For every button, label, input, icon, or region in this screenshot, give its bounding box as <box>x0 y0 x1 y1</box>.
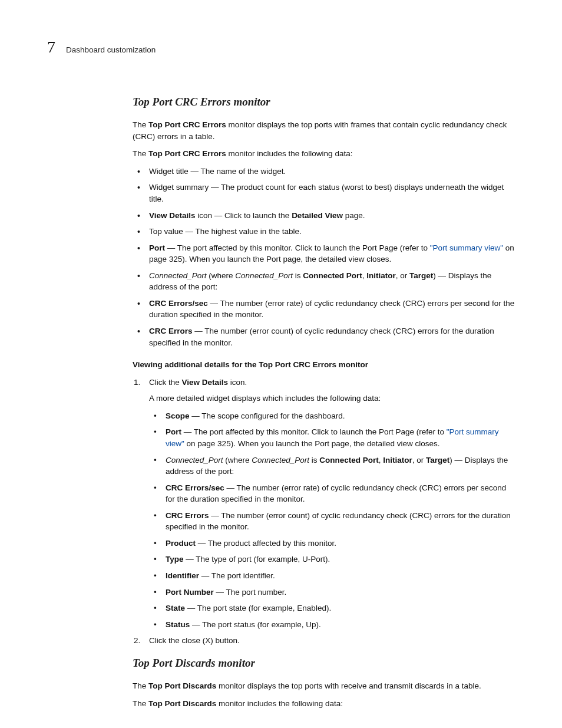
paragraph: The Top Port CRC Errors monitor includes… <box>133 148 515 160</box>
subheading-viewing-details: Viewing additional details for the Top P… <box>133 359 515 371</box>
list-item: Product — The product affected by this m… <box>149 538 515 549</box>
list-item: Port — The port affected by this monitor… <box>133 242 515 265</box>
list-item: Port Number — The port number. <box>149 587 515 598</box>
heading-top-port-crc-errors: Top Port CRC Errors monitor <box>133 94 515 110</box>
list-item: Top value — The highest value in the tab… <box>133 226 515 238</box>
list-item: Status — The port status (for example, U… <box>149 619 515 631</box>
page-header: 7 Dashboard customization <box>47 35 521 60</box>
list-item: Type — The type of port (for example, U-… <box>149 554 515 565</box>
list-item: View Details icon — Click to launch the … <box>133 210 515 222</box>
list-item: CRC Errors/sec — The number (error rate)… <box>133 298 515 321</box>
bullet-list: Widget title — The name of the widget. W… <box>133 166 515 348</box>
list-item: CRC Errors — The number (error count) of… <box>133 325 515 348</box>
steps-list: Click the View Details icon. A more deta… <box>133 377 515 647</box>
page-content: Top Port CRC Errors monitor The Top Port… <box>133 94 515 710</box>
paragraph: The Top Port CRC Errors monitor displays… <box>133 119 515 142</box>
list-item: Port — The port affected by this monitor… <box>149 426 515 449</box>
paragraph: A more detailed widget displays which in… <box>149 393 515 404</box>
list-item: Click the close (X) button. <box>133 635 515 647</box>
list-item: Scope — The scope configured for the das… <box>149 410 515 422</box>
list-item: Widget summary — The product count for e… <box>133 182 515 205</box>
chapter-number: 7 <box>47 35 55 60</box>
list-item: Identifier — The port identifier. <box>149 570 515 582</box>
list-item: Widget title — The name of the widget. <box>133 166 515 177</box>
section-title: Dashboard customization <box>66 44 156 56</box>
paragraph: The Top Port Discards monitor includes t… <box>133 698 515 710</box>
list-item: Connected_Port (where Connected_Port is … <box>149 454 515 477</box>
sub-bullet-list: Scope — The scope configured for the das… <box>149 410 515 630</box>
heading-top-port-discards: Top Port Discards monitor <box>133 655 515 671</box>
list-item: CRC Errors — The number (error count) of… <box>149 510 515 533</box>
list-item: Connected_Port (where Connected_Port is … <box>133 270 515 293</box>
paragraph: The Top Port Discards monitor displays t… <box>133 680 515 692</box>
list-item: State — The port state (for example, Ena… <box>149 602 515 614</box>
list-item: CRC Errors/sec — The number (error rate)… <box>149 482 515 505</box>
list-item: Click the View Details icon. A more deta… <box>133 377 515 631</box>
link-port-summary-view[interactable]: "Port summary view" <box>430 243 503 252</box>
